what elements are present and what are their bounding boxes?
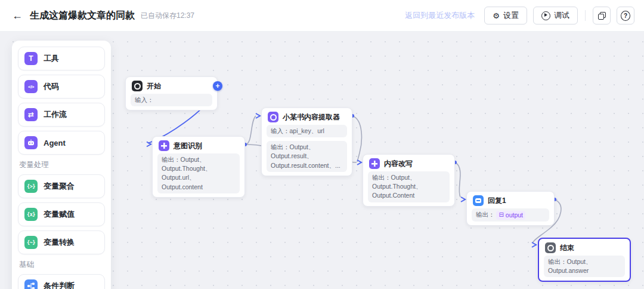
- node-io-row: 输出：Output、Output.Thought、Output.Content: [368, 171, 450, 202]
- node-io-row: 输出：Output、Output.Thought、Output.url、Outp…: [157, 153, 240, 193]
- node-title: 小某书内容提取器: [283, 112, 340, 122]
- header-right: 返回到最近发布版本 ⚙ 设置 调试 ?: [405, 7, 644, 24]
- intent-icon: [159, 140, 169, 151]
- node-header: 意图识别: [153, 137, 244, 153]
- palette-item-label: 变量赋值: [44, 209, 75, 220]
- toolbar-divider: [585, 10, 586, 21]
- page-title: 生成这篇爆款文章的同款: [30, 10, 135, 22]
- node-start[interactable]: 开始 输入：: [125, 76, 218, 110]
- palette-item-condition[interactable]: 条件判断: [18, 274, 105, 289]
- node-title: 内容改写: [384, 159, 413, 169]
- node-header: 小某书内容提取器: [262, 108, 352, 125]
- node-io-row: 输出：Output、Output.answer: [544, 256, 625, 277]
- node-io-row: 输出：Output、Output.result、Output.result.co…: [267, 141, 347, 172]
- top-toolbar: ← 生成这篇爆款文章的同款 已自动保存12:37 返回到最近发布版本 ⚙ 设置 …: [0, 0, 644, 32]
- variable-merge-icon: {>}: [24, 180, 38, 193]
- node-intent-recognition[interactable]: 意图识别 输出：Output、Output.Thought、Output.url…: [152, 136, 245, 198]
- copy-icon: [598, 12, 606, 20]
- palette-item-variable-merge[interactable]: {>} 变量聚合: [18, 174, 105, 198]
- tools-icon: T: [24, 52, 38, 65]
- workflow-icon: ⇄: [24, 108, 38, 121]
- node-io-row: 输入：api_key、url: [267, 125, 347, 137]
- node-header: 回复1: [467, 192, 554, 208]
- node-end[interactable]: 结束 输出：Output、Output.answer: [538, 238, 631, 282]
- rewrite-icon: [369, 158, 380, 169]
- node-title: 意图识别: [174, 141, 202, 151]
- node-io-row: 输入：: [131, 94, 212, 106]
- node-header: 结束: [539, 239, 630, 256]
- header-left: ← 生成这篇爆款文章的同款 已自动保存12:37: [0, 10, 405, 22]
- settings-button-label: 设置: [503, 10, 519, 21]
- palette-item-label: 变量聚合: [44, 181, 75, 192]
- add-node-port[interactable]: +: [213, 81, 222, 91]
- node-palette: T 工具 </> 代码 ⇄ 工作流 Agent 变量处理 {>} 变量聚合 {x…: [12, 41, 111, 289]
- palette-item-label: 工具: [44, 53, 59, 64]
- palette-item-workflow[interactable]: ⇄ 工作流: [18, 103, 105, 127]
- agent-icon: [24, 136, 38, 149]
- extractor-icon: [268, 112, 278, 122]
- autosave-status: 已自动保存12:37: [141, 11, 194, 21]
- start-icon: [132, 81, 143, 91]
- node-content-rewrite[interactable]: 内容改写 输出：Output、Output.Thought、Output.Con…: [363, 154, 455, 207]
- node-io-row: 输出： ⊟output: [472, 208, 549, 222]
- gear-icon: ⚙: [493, 12, 500, 20]
- node-header: 内容改写: [363, 155, 454, 171]
- node-content-extractor[interactable]: 小某书内容提取器 输入：api_key、url 输出：Output、Output…: [261, 107, 352, 176]
- palette-section-basic: 基础: [19, 260, 104, 270]
- palette-item-tools[interactable]: T 工具: [18, 47, 105, 70]
- output-variable-tag[interactable]: ⊟output: [496, 211, 525, 220]
- play-icon: [541, 11, 550, 20]
- node-title: 回复1: [488, 196, 506, 206]
- variable-icon: ⊟: [499, 212, 503, 218]
- debug-button-label: 调试: [554, 10, 569, 21]
- palette-section-variables: 变量处理: [19, 160, 104, 170]
- palette-item-label: 变量转换: [44, 237, 75, 248]
- palette-item-label: Agent: [44, 139, 66, 147]
- palette-item-variable-assign[interactable]: {x} 变量赋值: [18, 202, 105, 226]
- node-reply[interactable]: 回复1 输出： ⊟output: [466, 191, 555, 226]
- palette-item-variable-convert[interactable]: {~} 变量转换: [18, 230, 105, 254]
- help-icon: ?: [621, 11, 630, 21]
- code-icon: </>: [24, 80, 38, 93]
- debug-button[interactable]: 调试: [533, 7, 578, 24]
- reply-icon: [473, 195, 484, 206]
- palette-item-agent[interactable]: Agent: [18, 131, 105, 155]
- node-title: 开始: [147, 81, 161, 91]
- duplicate-button[interactable]: [593, 7, 611, 24]
- end-icon: [545, 242, 556, 253]
- help-button[interactable]: ?: [617, 7, 634, 24]
- revert-to-published-link[interactable]: 返回到最近发布版本: [405, 10, 475, 21]
- variable-convert-icon: {~}: [24, 236, 38, 249]
- palette-item-label: 代码: [44, 81, 59, 92]
- node-title: 结束: [560, 243, 574, 253]
- palette-item-label: 条件判断: [44, 281, 75, 289]
- palette-item-code[interactable]: </> 代码: [18, 75, 105, 99]
- palette-item-label: 工作流: [44, 109, 67, 120]
- variable-assign-icon: {x}: [24, 208, 38, 221]
- condition-icon: [24, 279, 38, 289]
- settings-button[interactable]: ⚙ 设置: [484, 7, 527, 24]
- back-icon[interactable]: ←: [12, 10, 23, 21]
- node-header: 开始: [126, 77, 217, 94]
